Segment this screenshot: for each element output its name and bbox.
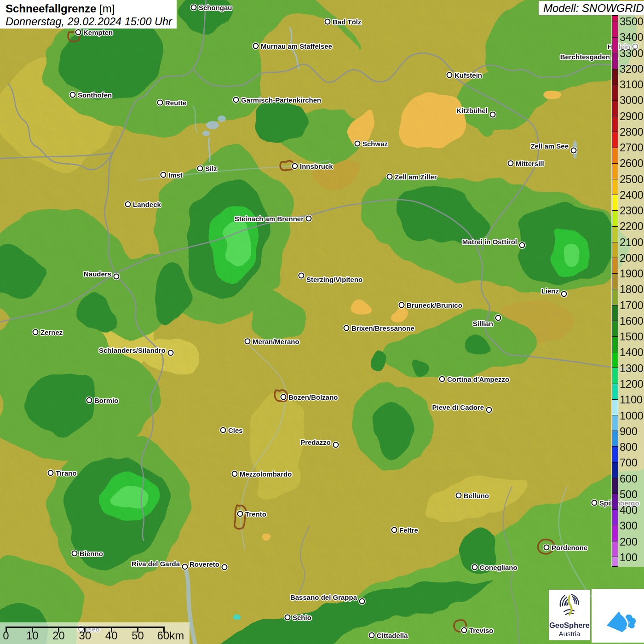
city-dot: [333, 442, 339, 448]
colorbar-band: [612, 337, 618, 352]
city-label: Treviso: [469, 627, 494, 634]
city-dot: [168, 350, 174, 356]
colorbar-tick-label: 3000: [620, 94, 643, 107]
colorbar-tick-label: 700: [620, 456, 638, 469]
colorbar-tick-label: 800: [620, 441, 638, 454]
city-label: Bruneck/Brunico: [407, 301, 462, 309]
city-label: Reutte: [165, 99, 187, 107]
city-dot: [571, 148, 577, 154]
city-label: Kitzbühel: [457, 107, 488, 115]
city-dot: [125, 201, 131, 207]
city-dot: [182, 564, 188, 570]
city-dot: [191, 5, 197, 11]
city-dot: [495, 315, 501, 321]
scale-bar-label: 0: [3, 629, 9, 642]
city-label: Riva del Garda: [132, 560, 180, 568]
valid-datetime: Donnerstag, 29.02.2024 15:00 Uhr: [6, 15, 177, 28]
colorbar: [612, 15, 618, 567]
city-dot: [86, 397, 92, 403]
city-dot: [508, 161, 514, 167]
city-dot: [325, 19, 331, 25]
city-label: Cittadella: [377, 632, 408, 639]
title-box: Schneefallgrenze [m] Donnerstag, 29.02.2…: [0, 0, 177, 29]
colorbar-tick-label: 2000: [620, 252, 643, 264]
city-label: Mittersill: [516, 160, 544, 167]
city-dot: [220, 427, 226, 433]
geosphere-logo: GeoSphere Austria: [549, 590, 590, 640]
colorbar-band: [612, 305, 618, 321]
city-label: Garmisch-Partenkirchen: [241, 96, 321, 104]
page-title: Schneefallgrenze [m]: [6, 2, 177, 15]
colorbar-band: [612, 195, 618, 211]
colorbar-band: [612, 22, 618, 38]
city-label: Schongau: [199, 4, 232, 12]
colorbar-band: [612, 321, 618, 337]
colorbar-band: [612, 415, 618, 431]
city-label: Bassano del Grappa: [290, 593, 357, 601]
colorbar-band: [612, 557, 618, 566]
city-label: Berchtesgaden: [560, 53, 610, 61]
colorbar-tick-label: 3200: [620, 63, 643, 75]
colorbar-band: [612, 164, 618, 179]
city-label: Steinach am Brenner: [235, 215, 304, 223]
city-dot: [245, 339, 251, 345]
colorbar-band: [612, 352, 618, 368]
colorbar-band: [612, 132, 618, 148]
colorbar-band: [612, 478, 618, 494]
city-dot: [299, 273, 305, 279]
city-label: Bienno: [80, 550, 103, 558]
city-label: Schlanders/Silandro: [99, 346, 166, 354]
city-dot: [519, 242, 525, 248]
colorbar-tick-label: 2400: [620, 189, 643, 201]
city-label: Bormio: [94, 397, 119, 404]
colorbar-tick-label: 1000: [620, 409, 643, 422]
snowfall-limit-map: SchongauBad TölzKemptenMurnau am Staffel…: [0, 0, 644, 644]
city-dot: [197, 166, 203, 172]
colorbar-band: [612, 289, 618, 305]
city-label: Cortina d'Ampezzo: [447, 375, 509, 383]
colorbar-tick-label: 1500: [620, 330, 643, 343]
colorbar-band: [612, 38, 618, 53]
city-label: Landeck: [133, 201, 161, 208]
city-dot: [391, 527, 397, 533]
colorbar-band: [612, 431, 618, 447]
colorbar-tick-label: 1600: [620, 315, 643, 328]
colorbar-tick-label: 2900: [620, 110, 643, 123]
city-label: Brixen/Bressanone: [351, 324, 414, 332]
colorbar-tick-label: 300: [620, 519, 638, 532]
geosphere-contours-icon: [556, 592, 583, 619]
colorbar-band: [612, 85, 618, 101]
colorbar-band: [612, 227, 618, 242]
colorbar-band: [612, 525, 618, 541]
city-dot: [161, 172, 167, 178]
city-label: Matrei in Osttirol: [462, 238, 517, 246]
city-label: Bozen/Bolzano: [288, 393, 338, 401]
city-dot: [157, 100, 163, 106]
colorbar-tick-label: 600: [620, 472, 638, 485]
city-label: Rovereto: [190, 560, 219, 568]
colorbar-band: [612, 179, 618, 195]
colorbar-tick-label: 2600: [620, 157, 643, 170]
colorbar-band: [612, 258, 618, 274]
city-dot: [447, 72, 453, 78]
city-dot: [472, 564, 478, 570]
colorbar-band: [612, 274, 618, 289]
colorbar-tick-label: 1400: [620, 346, 643, 359]
colorbar-tick-label: 500: [620, 488, 638, 501]
colorbar-tick-label: 200: [620, 535, 638, 548]
city-label: Schio: [293, 614, 311, 621]
city-dot: [292, 163, 298, 169]
colorbar-band: [612, 69, 618, 85]
city-dot: [222, 564, 228, 570]
city-label: Kufstein: [454, 71, 482, 79]
city-label: Lienz: [541, 287, 559, 295]
city-label: Sterzing/Vipiteno: [306, 276, 362, 283]
city-dot: [70, 92, 76, 98]
colorbar-tick-label: 1200: [620, 378, 643, 391]
city-dot: [237, 511, 243, 517]
city-dot: [114, 274, 120, 280]
colorbar-tick-label: 3500: [620, 15, 643, 28]
scale-bar: 0102030405060km: [0, 622, 190, 644]
colorbar-band: [612, 242, 618, 258]
city-dot: [461, 627, 467, 633]
